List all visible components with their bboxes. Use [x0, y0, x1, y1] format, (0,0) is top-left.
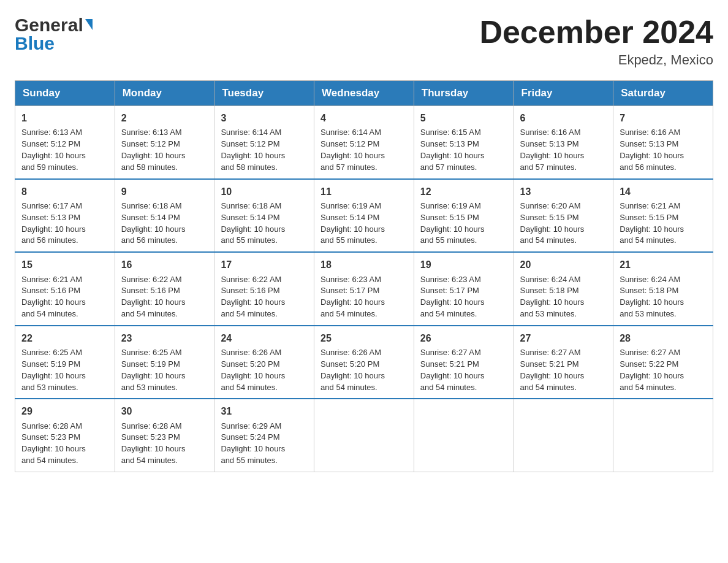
day-number: 5 — [420, 111, 507, 125]
calendar-cell: 31Sunrise: 6:29 AMSunset: 5:24 PMDayligh… — [214, 399, 314, 472]
calendar-cell: 19Sunrise: 6:23 AMSunset: 5:17 PMDayligh… — [414, 252, 514, 326]
day-number: 21 — [620, 258, 707, 272]
column-header-thursday: Thursday — [414, 81, 514, 106]
logo-general-text: General — [15, 15, 83, 36]
day-info: Sunrise: 6:14 AMSunset: 5:12 PMDaylight:… — [320, 128, 385, 172]
day-number: 10 — [221, 185, 308, 199]
day-number: 18 — [320, 258, 408, 272]
day-number: 25 — [320, 331, 408, 345]
day-info: Sunrise: 6:28 AMSunset: 5:23 PMDaylight:… — [121, 421, 186, 465]
day-number: 15 — [21, 258, 108, 272]
day-info: Sunrise: 6:22 AMSunset: 5:16 PMDaylight:… — [221, 275, 285, 319]
day-info: Sunrise: 6:15 AMSunset: 5:13 PMDaylight:… — [420, 128, 485, 172]
calendar-header-row: SundayMondayTuesdayWednesdayThursdayFrid… — [15, 81, 713, 106]
day-info: Sunrise: 6:20 AMSunset: 5:15 PMDaylight:… — [520, 201, 585, 245]
day-info: Sunrise: 6:14 AMSunset: 5:12 PMDaylight:… — [221, 128, 285, 172]
day-info: Sunrise: 6:26 AMSunset: 5:20 PMDaylight:… — [221, 348, 285, 392]
calendar-cell: 18Sunrise: 6:23 AMSunset: 5:17 PMDayligh… — [314, 252, 414, 326]
day-info: Sunrise: 6:29 AMSunset: 5:24 PMDaylight:… — [221, 421, 285, 465]
calendar-cell: 20Sunrise: 6:24 AMSunset: 5:18 PMDayligh… — [514, 252, 613, 326]
day-number: 6 — [520, 111, 607, 125]
day-number: 30 — [121, 404, 208, 418]
calendar-table: SundayMondayTuesdayWednesdayThursdayFrid… — [15, 80, 713, 472]
column-header-friday: Friday — [514, 81, 613, 106]
calendar-cell: 6Sunrise: 6:16 AMSunset: 5:13 PMDaylight… — [514, 106, 613, 179]
day-number: 2 — [121, 111, 208, 125]
calendar-cell: 8Sunrise: 6:17 AMSunset: 5:13 PMDaylight… — [15, 179, 115, 253]
calendar-cell: 7Sunrise: 6:16 AMSunset: 5:13 PMDaylight… — [613, 106, 713, 179]
day-info: Sunrise: 6:27 AMSunset: 5:22 PMDaylight:… — [620, 348, 684, 392]
calendar-cell: 10Sunrise: 6:18 AMSunset: 5:14 PMDayligh… — [214, 179, 314, 253]
day-info: Sunrise: 6:13 AMSunset: 5:12 PMDaylight:… — [21, 128, 86, 172]
day-number: 1 — [21, 111, 108, 125]
column-header-sunday: Sunday — [15, 81, 115, 106]
calendar-cell: 5Sunrise: 6:15 AMSunset: 5:13 PMDaylight… — [414, 106, 514, 179]
calendar-cell: 4Sunrise: 6:14 AMSunset: 5:12 PMDaylight… — [314, 106, 414, 179]
day-info: Sunrise: 6:26 AMSunset: 5:20 PMDaylight:… — [320, 348, 385, 392]
month-title: December 2024 — [479, 15, 713, 50]
day-number: 16 — [121, 258, 208, 272]
day-info: Sunrise: 6:23 AMSunset: 5:17 PMDaylight:… — [320, 275, 385, 319]
calendar-cell: 17Sunrise: 6:22 AMSunset: 5:16 PMDayligh… — [214, 252, 314, 326]
calendar-cell: 25Sunrise: 6:26 AMSunset: 5:20 PMDayligh… — [314, 326, 414, 399]
calendar-cell: 24Sunrise: 6:26 AMSunset: 5:20 PMDayligh… — [214, 326, 314, 399]
page-header: General Blue December 2024 Ekpedz, Mexic… — [15, 15, 713, 68]
day-number: 9 — [121, 185, 208, 199]
calendar-week-row: 1Sunrise: 6:13 AMSunset: 5:12 PMDaylight… — [15, 106, 713, 179]
column-header-wednesday: Wednesday — [314, 81, 414, 106]
calendar-cell: 11Sunrise: 6:19 AMSunset: 5:14 PMDayligh… — [314, 179, 414, 253]
day-number: 8 — [21, 185, 108, 199]
day-info: Sunrise: 6:16 AMSunset: 5:13 PMDaylight:… — [620, 128, 684, 172]
day-info: Sunrise: 6:22 AMSunset: 5:16 PMDaylight:… — [121, 275, 186, 319]
calendar-cell: 30Sunrise: 6:28 AMSunset: 5:23 PMDayligh… — [115, 399, 214, 472]
day-info: Sunrise: 6:21 AMSunset: 5:15 PMDaylight:… — [620, 201, 684, 245]
calendar-cell — [613, 399, 713, 472]
day-info: Sunrise: 6:27 AMSunset: 5:21 PMDaylight:… — [520, 348, 585, 392]
day-number: 23 — [121, 331, 208, 345]
day-number: 14 — [620, 185, 707, 199]
day-number: 26 — [420, 331, 507, 345]
calendar-cell: 28Sunrise: 6:27 AMSunset: 5:22 PMDayligh… — [613, 326, 713, 399]
day-number: 31 — [221, 404, 308, 418]
calendar-cell — [514, 399, 613, 472]
calendar-cell: 21Sunrise: 6:24 AMSunset: 5:18 PMDayligh… — [613, 252, 713, 326]
calendar-cell: 9Sunrise: 6:18 AMSunset: 5:14 PMDaylight… — [115, 179, 214, 253]
day-info: Sunrise: 6:28 AMSunset: 5:23 PMDaylight:… — [21, 421, 86, 465]
calendar-cell: 14Sunrise: 6:21 AMSunset: 5:15 PMDayligh… — [613, 179, 713, 253]
day-info: Sunrise: 6:25 AMSunset: 5:19 PMDaylight:… — [21, 348, 86, 392]
calendar-week-row: 15Sunrise: 6:21 AMSunset: 5:16 PMDayligh… — [15, 252, 713, 326]
calendar-cell: 2Sunrise: 6:13 AMSunset: 5:12 PMDaylight… — [115, 106, 214, 179]
calendar-cell: 13Sunrise: 6:20 AMSunset: 5:15 PMDayligh… — [514, 179, 613, 253]
calendar-cell: 16Sunrise: 6:22 AMSunset: 5:16 PMDayligh… — [115, 252, 214, 326]
calendar-cell — [314, 399, 414, 472]
logo-triangle-icon — [85, 19, 93, 30]
day-number: 17 — [221, 258, 308, 272]
calendar-cell: 22Sunrise: 6:25 AMSunset: 5:19 PMDayligh… — [15, 326, 115, 399]
location-text: Ekpedz, Mexico — [479, 52, 713, 68]
calendar-cell: 27Sunrise: 6:27 AMSunset: 5:21 PMDayligh… — [514, 326, 613, 399]
day-number: 24 — [221, 331, 308, 345]
day-info: Sunrise: 6:13 AMSunset: 5:12 PMDaylight:… — [121, 128, 186, 172]
calendar-cell: 29Sunrise: 6:28 AMSunset: 5:23 PMDayligh… — [15, 399, 115, 472]
column-header-monday: Monday — [115, 81, 214, 106]
day-info: Sunrise: 6:17 AMSunset: 5:13 PMDaylight:… — [21, 201, 86, 245]
day-number: 27 — [520, 331, 607, 345]
calendar-cell: 26Sunrise: 6:27 AMSunset: 5:21 PMDayligh… — [414, 326, 514, 399]
column-header-saturday: Saturday — [613, 81, 713, 106]
logo-blue-text: Blue — [15, 33, 93, 54]
title-section: December 2024 Ekpedz, Mexico — [479, 15, 713, 68]
day-info: Sunrise: 6:25 AMSunset: 5:19 PMDaylight:… — [121, 348, 186, 392]
day-number: 20 — [520, 258, 607, 272]
calendar-week-row: 22Sunrise: 6:25 AMSunset: 5:19 PMDayligh… — [15, 326, 713, 399]
logo: General Blue — [15, 15, 93, 54]
calendar-cell: 15Sunrise: 6:21 AMSunset: 5:16 PMDayligh… — [15, 252, 115, 326]
calendar-cell: 23Sunrise: 6:25 AMSunset: 5:19 PMDayligh… — [115, 326, 214, 399]
day-number: 19 — [420, 258, 507, 272]
day-number: 22 — [21, 331, 108, 345]
day-info: Sunrise: 6:18 AMSunset: 5:14 PMDaylight:… — [221, 201, 285, 245]
day-number: 7 — [620, 111, 707, 125]
calendar-week-row: 8Sunrise: 6:17 AMSunset: 5:13 PMDaylight… — [15, 179, 713, 253]
day-number: 29 — [21, 404, 108, 418]
day-info: Sunrise: 6:19 AMSunset: 5:15 PMDaylight:… — [420, 201, 485, 245]
column-header-tuesday: Tuesday — [214, 81, 314, 106]
